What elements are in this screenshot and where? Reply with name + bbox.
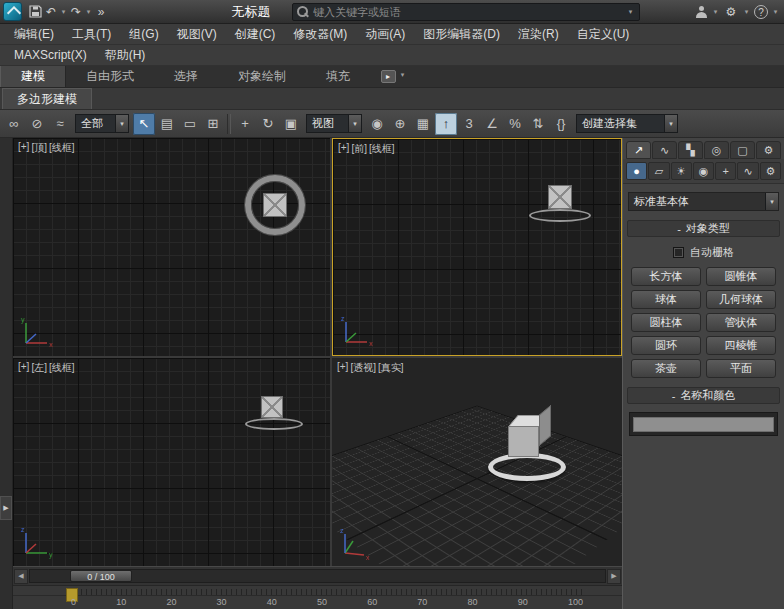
- search-input[interactable]: [313, 6, 626, 18]
- autogrid-checkbox[interactable]: [673, 247, 684, 258]
- object-button-torus[interactable]: 圆环: [631, 336, 701, 355]
- chevron-down-icon[interactable]: ▾: [771, 3, 780, 21]
- keyboard-override-icon[interactable]: ▦: [412, 113, 434, 135]
- select-and-manipulate-icon[interactable]: ⊕: [389, 113, 411, 135]
- viewport-top[interactable]: [+] [顶] [线框] xy: [13, 138, 330, 356]
- redo-icon[interactable]: ↷: [68, 3, 84, 21]
- ribbon-tab-freeform[interactable]: 自由形式: [66, 66, 154, 87]
- box-top-view[interactable]: [263, 193, 287, 217]
- select-and-move-icon[interactable]: +: [234, 113, 256, 135]
- select-object-icon[interactable]: ↖: [133, 113, 155, 135]
- viewport-front[interactable]: [+] [前] [线框] xz: [332, 138, 622, 356]
- select-by-name-icon[interactable]: ▤: [156, 113, 178, 135]
- menu-customize[interactable]: 自定义(U): [568, 26, 639, 43]
- systems-category-icon[interactable]: ⚙: [760, 162, 781, 180]
- utilities-tab-icon[interactable]: ⚙: [756, 141, 781, 159]
- viewport-shading-mode[interactable]: [真实]: [378, 361, 404, 375]
- object-button-geosphere[interactable]: 几何球体: [706, 290, 776, 309]
- chevron-down-icon[interactable]: ▾: [59, 3, 68, 21]
- space-warps-category-icon[interactable]: ∿: [737, 162, 758, 180]
- viewport-view-name[interactable]: [前]: [351, 142, 367, 156]
- display-tab-icon[interactable]: ▢: [730, 141, 755, 159]
- time-slider-handle[interactable]: 0 / 100: [70, 570, 132, 582]
- select-and-place-icon[interactable]: ↑: [435, 113, 457, 135]
- edit-named-selection-sets-icon[interactable]: {}: [550, 113, 572, 135]
- object-name-input[interactable]: [633, 417, 774, 432]
- help-icon[interactable]: ?: [754, 5, 768, 19]
- object-button-cone[interactable]: 圆锥体: [706, 267, 776, 286]
- chevron-down-icon[interactable]: ▾: [711, 3, 720, 21]
- ribbon-tab-populate[interactable]: 填充: [306, 66, 370, 87]
- viewport-menu-plus[interactable]: [+]: [18, 361, 29, 375]
- expand-panel-icon[interactable]: ▶: [0, 496, 12, 520]
- menu-maxscript[interactable]: MAXScript(X): [5, 48, 96, 62]
- object-button-sphere[interactable]: 球体: [631, 290, 701, 309]
- ribbon-tab-modeling[interactable]: 建模: [0, 66, 66, 87]
- select-and-rotate-icon[interactable]: ↻: [257, 113, 279, 135]
- create-tab-icon[interactable]: ↗: [626, 141, 651, 159]
- select-and-link-icon[interactable]: ∞: [3, 113, 25, 135]
- viewport-view-name[interactable]: [左]: [31, 361, 47, 375]
- menu-create[interactable]: 创建(C): [226, 26, 285, 43]
- object-button-tube[interactable]: 管状体: [706, 313, 776, 332]
- polygon-modeling-tab[interactable]: 多边形建模: [2, 88, 92, 109]
- torus-front-view[interactable]: [529, 209, 591, 222]
- object-button-teapot[interactable]: 茶壶: [631, 359, 701, 378]
- menu-tools[interactable]: 工具(T): [63, 26, 120, 43]
- chevron-down-icon[interactable]: ▾: [742, 3, 751, 21]
- menu-modifiers[interactable]: 修改器(M): [284, 26, 356, 43]
- named-selection-set-dropdown[interactable]: 创建选择集 ▾: [576, 114, 678, 133]
- menu-graph-editors[interactable]: 图形编辑器(D): [414, 26, 509, 43]
- hierarchy-tab-icon[interactable]: ▚: [678, 141, 703, 159]
- selection-region-icon[interactable]: ▭: [179, 113, 201, 135]
- cameras-category-icon[interactable]: ◉: [693, 162, 714, 180]
- viewport-menu-plus[interactable]: [+]: [18, 141, 29, 155]
- torus-perspective-view[interactable]: [488, 453, 566, 481]
- chevron-down-icon[interactable]: ▾: [626, 3, 635, 21]
- torus-left-view[interactable]: [245, 418, 303, 430]
- selection-filter-dropdown[interactable]: 全部 ▾: [75, 114, 129, 133]
- object-button-box[interactable]: 长方体: [631, 267, 701, 286]
- modify-tab-icon[interactable]: ∿: [652, 141, 677, 159]
- menu-group[interactable]: 组(G): [120, 26, 167, 43]
- track-bar[interactable]: 0 10 20 30 40 50 60 70 80 90 100: [13, 585, 622, 609]
- lights-category-icon[interactable]: ☀: [671, 162, 692, 180]
- quick-access-expand-icon[interactable]: »: [93, 3, 109, 21]
- sign-in-icon[interactable]: [695, 6, 708, 19]
- search-field[interactable]: ▾: [292, 3, 640, 21]
- time-slider-track[interactable]: 0 / 100: [29, 569, 606, 583]
- primitive-category-dropdown[interactable]: 标准基本体 ▾: [628, 192, 779, 211]
- next-frame-icon[interactable]: ▶: [607, 569, 621, 584]
- ribbon-config-icon[interactable]: ▸: [378, 66, 398, 87]
- bind-to-space-warp-icon[interactable]: ≈: [49, 113, 71, 135]
- select-and-scale-icon[interactable]: ▣: [280, 113, 302, 135]
- viewport-view-name[interactable]: [透视]: [350, 361, 376, 375]
- chevron-down-icon[interactable]: ▾: [398, 66, 407, 84]
- viewport-shading-mode[interactable]: [线框]: [49, 361, 75, 375]
- viewport-menu-plus[interactable]: [+]: [337, 361, 348, 375]
- viewport-shading-mode[interactable]: [线框]: [49, 141, 75, 155]
- save-icon[interactable]: [27, 3, 43, 21]
- reference-coordinate-dropdown[interactable]: 视图 ▾: [306, 114, 362, 133]
- helpers-category-icon[interactable]: +: [715, 162, 736, 180]
- window-crossing-icon[interactable]: ⊞: [202, 113, 224, 135]
- box-front-view[interactable]: [548, 185, 572, 209]
- pivot-point-center-icon[interactable]: ◉: [366, 113, 388, 135]
- object-button-plane[interactable]: 平面: [706, 359, 776, 378]
- workspace-gear-icon[interactable]: ⚙: [723, 3, 739, 21]
- geometry-category-icon[interactable]: ●: [626, 162, 647, 180]
- snaps-toggle-icon[interactable]: 3: [458, 113, 480, 135]
- viewport-left[interactable]: [+] [左] [线框] yz: [13, 358, 330, 566]
- viewport-perspective[interactable]: [+] [透视] [真实] xz: [332, 358, 622, 566]
- previous-frame-icon[interactable]: ◀: [14, 569, 28, 584]
- object-type-rollout-header[interactable]: - 对象类型: [627, 220, 780, 237]
- box-left-view[interactable]: [261, 396, 283, 418]
- angle-snap-icon[interactable]: ∠: [481, 113, 503, 135]
- object-button-pyramid[interactable]: 四棱锥: [706, 336, 776, 355]
- viewport-shading-mode[interactable]: [线框]: [369, 142, 395, 156]
- motion-tab-icon[interactable]: ◎: [704, 141, 729, 159]
- menu-edit[interactable]: 编辑(E): [5, 26, 63, 43]
- box-front-face[interactable]: [508, 426, 539, 457]
- unlink-selection-icon[interactable]: ⊘: [26, 113, 48, 135]
- menu-animation[interactable]: 动画(A): [356, 26, 414, 43]
